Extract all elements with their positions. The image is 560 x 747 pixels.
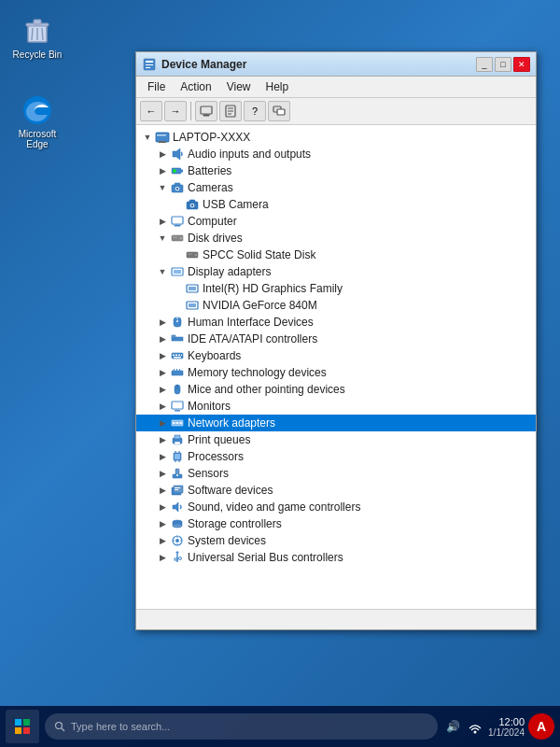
window-controls: _ □ ✕ — [476, 57, 530, 72]
clock-time: 12:00 — [488, 716, 525, 727]
disk-label: Disk drives — [188, 232, 243, 245]
batteries-expand[interactable]: ▶ — [155, 163, 170, 178]
display-icon — [170, 264, 185, 279]
svg-line-5 — [42, 28, 43, 40]
device-tree[interactable]: ▼ LAPTOP-XXXX ▶ — [136, 125, 536, 609]
tree-item-nvidia-gpu[interactable]: NVIDIA GeForce 840M — [136, 297, 536, 314]
computer-label: Computer — [188, 215, 237, 228]
disk-expand[interactable]: ▼ — [155, 231, 170, 246]
window-title: Device Manager — [161, 58, 476, 71]
forward-button[interactable]: → — [164, 101, 187, 121]
audio-expand[interactable]: ▶ — [155, 147, 170, 162]
hid-expand[interactable]: ▶ — [155, 315, 170, 330]
refresh-button[interactable] — [268, 101, 290, 121]
keyboards-expand[interactable]: ▶ — [155, 348, 170, 363]
search-bar[interactable]: Type here to search... — [45, 713, 438, 740]
tree-item-usb[interactable]: ▶ Universal Serial Bus controllers — [136, 549, 536, 566]
maximize-button[interactable]: □ — [495, 57, 511, 72]
system-expand[interactable]: ▶ — [155, 533, 170, 548]
menu-file[interactable]: File — [140, 78, 173, 95]
monitors-icon — [170, 399, 185, 414]
tree-item-network[interactable]: ▶ Network adapters — [136, 415, 536, 431]
recycle-bin-icon[interactable]: Recycle Bin — [9, 14, 65, 60]
tree-item-monitors[interactable]: ▶ Monitors — [136, 398, 536, 415]
spcc-label: SPCC Solid State Disk — [203, 248, 315, 261]
tree-item-usb-camera[interactable]: USB Camera — [136, 196, 536, 213]
svg-rect-22 — [157, 134, 166, 136]
storage-expand[interactable]: ▶ — [155, 516, 170, 531]
tree-item-keyboards[interactable]: ▶ Keyboards — [136, 347, 536, 364]
tree-item-mice[interactable]: ▶ Mice and other pointing devices — [136, 381, 536, 398]
svg-rect-8 — [146, 61, 153, 63]
speaker-icon[interactable]: 🔊 — [443, 717, 462, 736]
tree-item-memory[interactable]: ▶ Memory technology devices — [136, 364, 536, 381]
tree-item-system[interactable]: ▶ System devices — [136, 532, 536, 549]
display-expand[interactable]: ▼ — [155, 264, 170, 279]
title-bar: Device Manager _ □ ✕ — [136, 52, 536, 77]
usb-expand[interactable]: ▶ — [155, 550, 170, 565]
tree-item-sound[interactable]: ▶ Sound, video and game controllers — [136, 499, 536, 515]
tree-item-hid[interactable]: ▶ Human Interface Devices — [136, 314, 536, 331]
print-expand[interactable]: ▶ — [155, 432, 170, 447]
computer-expand[interactable]: ▶ — [155, 214, 170, 229]
root-expand[interactable]: ▼ — [140, 130, 155, 145]
processors-expand[interactable]: ▶ — [155, 449, 170, 464]
start-button[interactable] — [6, 710, 39, 743]
tree-item-processors[interactable]: ▶ Processors — [136, 448, 536, 465]
ide-icon — [170, 331, 185, 346]
recycle-bin-image — [21, 14, 54, 48]
desktop: Recycle Bin Microsoft Edge Device M — [0, 0, 560, 747]
menu-view[interactable]: View — [219, 78, 259, 95]
sound-expand[interactable]: ▶ — [155, 500, 170, 514]
svg-rect-21 — [159, 141, 166, 143]
svg-rect-105 — [23, 719, 30, 726]
tree-item-batteries[interactable]: ▶ Batteries — [136, 162, 536, 179]
back-button[interactable]: ← — [140, 101, 162, 121]
network-tray-icon[interactable] — [466, 717, 484, 736]
usb-camera-icon — [185, 197, 200, 212]
tree-item-disk[interactable]: ▼ Disk drives — [136, 230, 536, 247]
memory-icon — [170, 365, 185, 380]
mice-expand[interactable]: ▶ — [155, 382, 170, 397]
svg-rect-2 — [34, 20, 41, 24]
print-icon — [170, 432, 185, 447]
tree-item-ide[interactable]: ▶ IDE ATA/ATAPI controllers — [136, 331, 536, 347]
tree-item-sensors[interactable]: ▶ Sensors — [136, 465, 536, 482]
tree-item-audio[interactable]: ▶ Audio inputs and outputs — [136, 146, 536, 162]
tree-root[interactable]: ▼ LAPTOP-XXXX — [136, 129, 536, 146]
svg-rect-35 — [172, 217, 183, 224]
software-expand[interactable]: ▶ — [155, 483, 170, 498]
sensors-expand[interactable]: ▶ — [155, 466, 170, 481]
ide-expand[interactable]: ▶ — [155, 331, 170, 346]
svg-point-85 — [176, 474, 178, 476]
help-button[interactable]: ? — [244, 101, 266, 121]
menu-action[interactable]: Action — [173, 78, 218, 95]
tree-item-cameras[interactable]: ▼ Cameras — [136, 179, 536, 196]
svg-rect-63 — [176, 369, 177, 372]
svg-point-51 — [176, 320, 178, 322]
minimize-button[interactable]: _ — [476, 57, 493, 72]
memory-expand[interactable]: ▶ — [155, 365, 170, 380]
monitors-expand[interactable]: ▶ — [155, 399, 170, 414]
computer-button[interactable] — [195, 101, 217, 121]
close-button[interactable]: ✕ — [513, 57, 530, 72]
network-expand[interactable]: ▶ — [155, 416, 170, 430]
tree-item-display[interactable]: ▼ Display adapters — [136, 263, 536, 280]
display-label: Display adapters — [188, 265, 271, 278]
menu-help[interactable]: Help — [259, 78, 297, 95]
menu-bar: File Action View Help — [136, 77, 536, 98]
mice-icon — [170, 382, 185, 397]
tree-item-software[interactable]: ▶ Software devices — [136, 482, 536, 499]
tree-item-computer[interactable]: ▶ Computer — [136, 213, 536, 230]
svg-rect-56 — [173, 355, 175, 357]
svg-marker-90 — [173, 502, 178, 512]
tree-item-print[interactable]: ▶ Print queues — [136, 431, 536, 448]
properties-button[interactable] — [219, 101, 242, 121]
batteries-label: Batteries — [188, 164, 231, 177]
svg-point-39 — [180, 237, 183, 240]
tree-item-spcc[interactable]: SPCC Solid State Disk — [136, 247, 536, 263]
edge-icon[interactable]: Microsoft Edge — [9, 93, 65, 149]
tree-item-intel-gpu[interactable]: Intel(R) HD Graphics Family — [136, 280, 536, 297]
tree-item-storage[interactable]: ▶ Storage controllers — [136, 515, 536, 532]
cameras-expand[interactable]: ▼ — [155, 180, 170, 195]
